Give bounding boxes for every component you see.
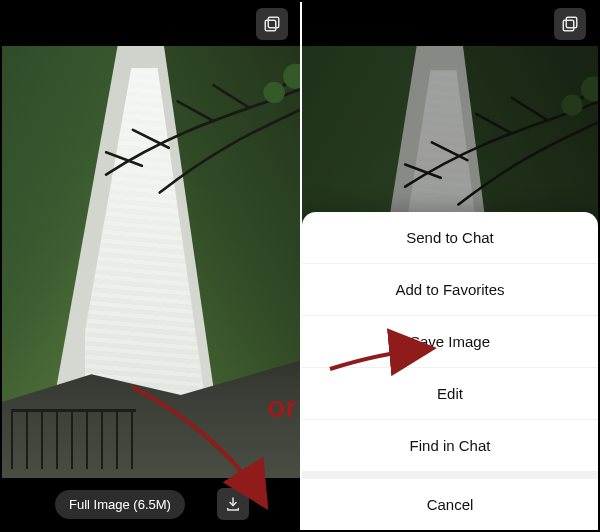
waterfall-scene	[2, 46, 300, 478]
action-sheet: Send to Chat Add to Favorites Save Image…	[302, 212, 598, 530]
sheet-item-edit[interactable]: Edit	[302, 368, 598, 420]
sheet-gap	[302, 472, 598, 479]
sheet-item-send-to-chat[interactable]: Send to Chat	[302, 212, 598, 264]
image-viewer-right: Send to Chat Add to Favorites Save Image…	[300, 2, 598, 530]
svg-rect-1	[265, 20, 276, 31]
svg-rect-6	[566, 17, 577, 28]
bottombar-left: Full Image (6.5M)	[2, 478, 300, 530]
sheet-item-add-to-favorites[interactable]: Add to Favorites	[302, 264, 598, 316]
photo-left[interactable]	[2, 46, 300, 478]
annotation-or: or	[267, 390, 297, 424]
gallery-icon-button[interactable]	[554, 8, 586, 40]
sheet-item-find-in-chat[interactable]: Find in Chat	[302, 420, 598, 472]
topbar-right	[302, 2, 598, 46]
svg-rect-7	[563, 20, 574, 31]
download-icon	[224, 495, 242, 513]
topbar-left	[2, 2, 300, 46]
gallery-icon-button[interactable]	[256, 8, 288, 40]
download-button[interactable]	[217, 488, 249, 520]
gallery-icon	[263, 15, 281, 33]
image-viewer-left: Full Image (6.5M)	[2, 2, 300, 530]
svg-rect-0	[268, 17, 279, 28]
full-image-button[interactable]: Full Image (6.5M)	[55, 490, 185, 519]
sheet-item-save-image[interactable]: Save Image	[302, 316, 598, 368]
gallery-icon	[561, 15, 579, 33]
sheet-cancel[interactable]: Cancel	[302, 479, 598, 530]
